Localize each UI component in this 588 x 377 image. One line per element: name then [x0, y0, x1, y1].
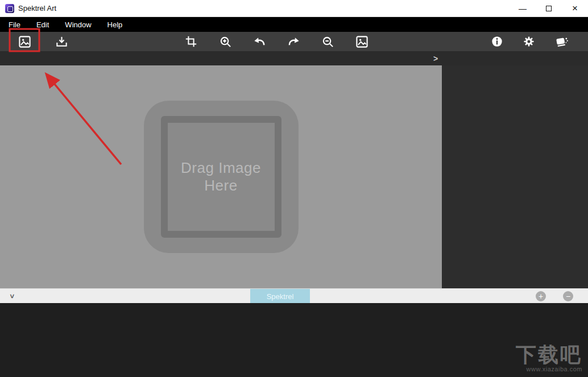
dropzone-label-line2: Here: [181, 177, 261, 194]
zoom-out-icon: [321, 35, 334, 48]
watermark-url: www.xiazaiba.com: [516, 366, 582, 372]
menu-file[interactable]: File: [0, 17, 28, 32]
zoom-in-icon: [219, 35, 232, 48]
timeline-zoom-out-button[interactable]: −: [563, 291, 573, 301]
canvas-area[interactable]: Drag Image Here: [0, 65, 442, 288]
undo-arrow-icon: [253, 35, 266, 48]
crop-icon: [185, 35, 197, 48]
dropzone-label: Drag Image Here: [181, 159, 261, 194]
settings-button[interactable]: [521, 34, 536, 49]
maximize-icon: [546, 6, 552, 11]
bottom-panel: 下载吧 www.xiazaiba.com: [0, 303, 588, 377]
menu-bar: File Edit Window Help: [0, 17, 588, 32]
timeline-zoom-in-button[interactable]: +: [536, 291, 546, 301]
dropzone-frame: Drag Image Here: [161, 116, 281, 238]
insert-image-icon: [355, 35, 368, 48]
close-button[interactable]: ×: [562, 0, 588, 16]
toolbar-left-group: [17, 32, 69, 51]
dropzone-label-line1: Drag Image: [181, 159, 261, 177]
panel-strip: >: [0, 51, 588, 65]
app-logo-icon: [5, 4, 14, 13]
info-button[interactable]: [490, 34, 504, 49]
redo-arrow-icon: [287, 35, 300, 48]
watermark: 下载吧 www.xiazaiba.com: [516, 344, 582, 372]
toolbar-right-group: [490, 32, 570, 51]
zoom-in-button[interactable]: [218, 34, 233, 49]
maximize-button[interactable]: [536, 0, 562, 16]
title-bar: Spektrel Art — ×: [0, 0, 588, 17]
redo-button[interactable]: [286, 34, 301, 49]
import-image-icon: [55, 35, 68, 48]
zoom-out-button[interactable]: [320, 34, 335, 49]
open-image-button[interactable]: [17, 34, 32, 49]
toolbar: [0, 32, 588, 51]
menu-edit[interactable]: Edit: [28, 17, 57, 32]
stamp-icon: [554, 35, 570, 48]
timeline-layer-spektrel[interactable]: Spektrel: [250, 289, 310, 304]
gear-icon: [523, 35, 535, 48]
window-controls: — ×: [510, 0, 588, 16]
expand-panel-chevron-icon[interactable]: >: [429, 51, 442, 65]
menu-window[interactable]: Window: [57, 17, 99, 32]
minimize-button[interactable]: —: [510, 0, 536, 16]
collapse-timeline-chevron-icon[interactable]: >: [5, 291, 20, 302]
open-image-icon: [18, 35, 31, 48]
undo-button[interactable]: [252, 34, 267, 49]
image-dropzone[interactable]: Drag Image Here: [144, 101, 299, 253]
info-icon: [491, 35, 503, 48]
right-side-panel: [442, 65, 588, 288]
menu-help[interactable]: Help: [100, 17, 131, 32]
timeline-bar: > Spektrel + −: [0, 288, 588, 303]
crop-button[interactable]: [184, 34, 198, 49]
toolbar-center-group: [184, 32, 369, 51]
insert-image-button[interactable]: [354, 34, 369, 49]
import-image-button[interactable]: [54, 34, 69, 49]
watermark-title: 下载吧: [516, 344, 582, 366]
window-title: Spektrel Art: [18, 4, 56, 13]
stamp-button[interactable]: [553, 34, 570, 49]
